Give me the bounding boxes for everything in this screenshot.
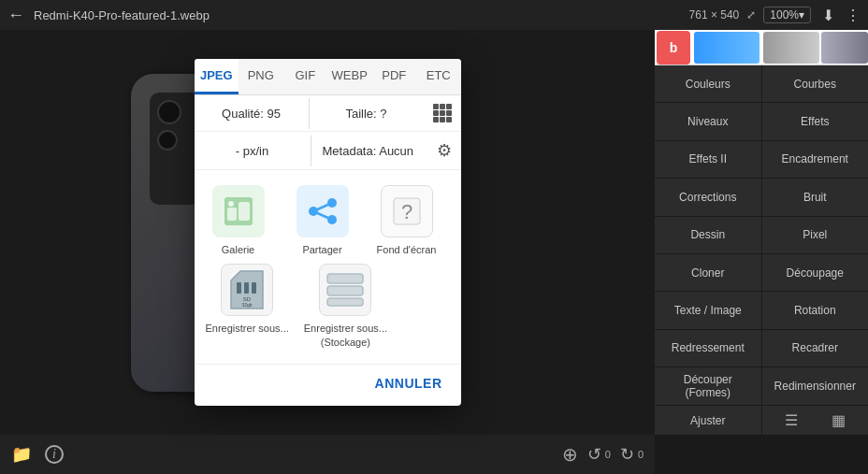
svg-text:?: ?: [400, 200, 412, 223]
tab-pdf[interactable]: PDF: [372, 59, 417, 94]
filename-label: Redmi-K40-Pro-featured-1.webp: [34, 8, 689, 22]
save-sd-label: Enregistrer sous...: [206, 322, 289, 335]
panel-btn-dessin[interactable]: Dessin: [655, 217, 761, 253]
redo-count: 0: [638, 449, 644, 460]
back-button[interactable]: ←: [7, 6, 24, 25]
svg-rect-3: [239, 202, 250, 221]
zoom-button[interactable]: 100%▾: [763, 7, 811, 23]
share-label: Partager: [302, 243, 341, 256]
action-gallery[interactable]: Galerie: [206, 185, 271, 256]
quality-row: Qualité: 95 Taille: ?: [195, 95, 461, 132]
panel-btn-decoupage[interactable]: Découpage: [762, 254, 869, 291]
action-wallpaper[interactable]: ? Fond d'écran: [374, 185, 440, 256]
panel-btn-courbes[interactable]: Courbes: [762, 65, 869, 102]
gear-icon-btn[interactable]: ⚙: [427, 132, 461, 169]
undo-icon: ↺: [587, 444, 601, 465]
svg-rect-2: [227, 208, 237, 221]
grid-icon-btn[interactable]: [424, 95, 461, 131]
bottom-bar: 📁 i ⊕ ↺ 0 ↻ 0: [0, 435, 655, 474]
save-row: SD 32gb Enregistrer sous... Enregistrer …: [195, 264, 461, 364]
more-options-icon[interactable]: ⋮: [846, 7, 861, 24]
panel-btn-corrections[interactable]: Corrections: [655, 179, 761, 215]
lines-icon: ☰: [785, 411, 798, 429]
topbar-info: 761 × 540 ⤢ 100%▾ ⬇ ⋮: [689, 7, 861, 24]
target-button[interactable]: ⊕: [562, 443, 578, 466]
dimensions-label: 761 × 540: [689, 8, 740, 22]
grid-view-icon: ▦: [832, 411, 846, 429]
gallery-icon: [212, 185, 265, 237]
ad-image-2: [763, 32, 819, 64]
panel-btn-rotation[interactable]: Rotation: [762, 292, 869, 328]
right-panel: Couleurs Courbes Niveaux Effets Effets I…: [655, 65, 868, 435]
svg-rect-12: [237, 282, 241, 294]
save-storage-label: Enregistrer sous...(Stockage): [304, 322, 387, 349]
dialog-footer: ANNULER: [195, 364, 461, 406]
tab-jpeg[interactable]: JPEG: [195, 59, 239, 94]
panel-btn-redressement[interactable]: Redressement: [655, 330, 761, 366]
export-dialog: JPEG PNG GIF WEBP PDF ETC Qualité: 95 Ta…: [195, 59, 461, 406]
ad-image-3: [821, 32, 868, 64]
target-icon: ⊕: [562, 443, 578, 466]
tab-webp[interactable]: WEBP: [327, 59, 372, 94]
svg-line-9: [313, 211, 332, 220]
svg-text:32gb: 32gb: [242, 302, 253, 308]
svg-rect-14: [252, 282, 256, 294]
panel-btn-niveaux[interactable]: Niveaux: [655, 103, 761, 139]
ad-logo: b: [657, 31, 690, 65]
tab-etc[interactable]: ETC: [416, 59, 461, 94]
px-value[interactable]: - px/in: [195, 136, 311, 166]
panel-btn-ajuster-icons[interactable]: ☰ ▦: [762, 406, 869, 435]
panel-btn-cloner[interactable]: Cloner: [655, 254, 761, 291]
panel-btn-encadrement[interactable]: Encadrement: [762, 141, 869, 178]
size-value[interactable]: Taille: ?: [310, 98, 424, 129]
panel-btn-redimensionner[interactable]: Redimensionner: [762, 367, 869, 405]
panel-btn-decouper-formes[interactable]: Découper (Formes): [655, 367, 761, 405]
svg-line-8: [313, 203, 332, 211]
tab-gif[interactable]: GIF: [283, 59, 328, 94]
download-icon[interactable]: ⬇: [822, 7, 834, 24]
metadata-row: - px/in Metadata: Aucun ⚙: [195, 132, 461, 170]
panel-btn-recadrer[interactable]: Recadrer: [762, 330, 869, 366]
ajuster-label: Ajuster: [690, 414, 725, 427]
folder-icon[interactable]: 📁: [11, 444, 32, 465]
redo-icon: ↻: [620, 444, 634, 465]
bottom-actions: ⊕ ↺ 0 ↻ 0: [562, 443, 644, 466]
panel-btn-effets[interactable]: Effets: [762, 103, 869, 139]
panel-btn-bruit[interactable]: Bruit: [762, 179, 869, 215]
ad-image-1: [694, 32, 760, 64]
format-tabs: JPEG PNG GIF WEBP PDF ETC: [195, 59, 461, 95]
share-icon: [297, 185, 349, 237]
dialog-overlay: JPEG PNG GIF WEBP PDF ETC Qualité: 95 Ta…: [0, 30, 655, 435]
save-storage-item[interactable]: Enregistrer sous...(Stockage): [304, 264, 387, 349]
panel-btn-texte[interactable]: Texte / Image: [655, 292, 761, 328]
cancel-button[interactable]: ANNULER: [368, 372, 450, 395]
redo-button[interactable]: ↻ 0: [620, 444, 644, 465]
fullscreen-icon[interactable]: ⤢: [746, 8, 756, 22]
svg-rect-17: [327, 274, 363, 283]
storage-icon: [319, 264, 371, 316]
svg-rect-13: [244, 282, 249, 294]
topbar: ← Redmi-K40-Pro-featured-1.webp 761 × 54…: [0, 0, 868, 30]
sd-card-icon: SD 32gb: [221, 264, 273, 316]
info-icon[interactable]: i: [45, 445, 64, 464]
svg-rect-18: [327, 286, 363, 295]
quality-value[interactable]: Qualité: 95: [195, 98, 310, 129]
gallery-label: Galerie: [222, 243, 254, 256]
action-share[interactable]: Partager: [290, 185, 355, 256]
ad-banner: b: [655, 30, 868, 65]
wallpaper-icon-box: ?: [381, 185, 433, 237]
panel-btn-pixel[interactable]: Pixel: [762, 217, 869, 253]
svg-rect-19: [327, 298, 363, 306]
grid-icon: [433, 104, 452, 122]
undo-button[interactable]: ↺ 0: [587, 444, 611, 465]
undo-count: 0: [605, 449, 611, 460]
panel-btn-effets2[interactable]: Effets II: [655, 141, 761, 178]
panel-btn-couleurs[interactable]: Couleurs: [655, 65, 761, 102]
tab-png[interactable]: PNG: [239, 59, 283, 94]
panel-btn-ajuster[interactable]: Ajuster: [655, 406, 761, 435]
dialog-actions: Galerie Partager: [195, 170, 461, 264]
gear-icon: ⚙: [437, 141, 452, 160]
save-sd-item[interactable]: SD 32gb Enregistrer sous...: [206, 264, 289, 349]
metadata-value[interactable]: Metadata: Aucun: [311, 136, 427, 166]
wallpaper-label: Fond d'écran: [377, 243, 437, 256]
